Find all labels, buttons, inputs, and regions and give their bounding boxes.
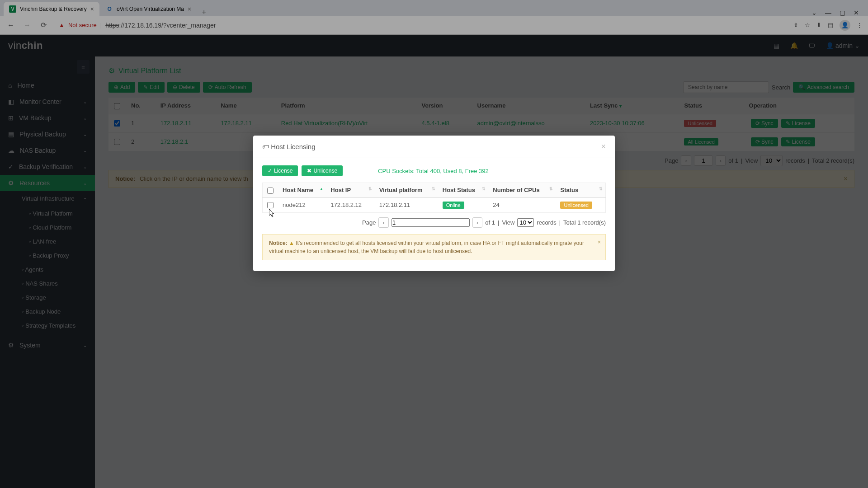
prev-page-button[interactable]: ‹ — [378, 217, 388, 228]
host-table: Host Name▲ Host IP⇅ Virtual platform⇅ Ho… — [262, 183, 606, 213]
license-icon: 🏷 — [262, 143, 269, 150]
col-hoststatus[interactable]: Host Status⇅ — [438, 183, 489, 198]
page-input[interactable] — [392, 218, 470, 227]
close-icon[interactable]: × — [601, 142, 606, 151]
license-badge: Unlicensed — [560, 202, 592, 209]
col-status[interactable]: Status⇅ — [556, 183, 605, 198]
modal-title: Host Licensing — [271, 143, 315, 150]
col-hostip[interactable]: Host IP⇅ — [326, 183, 374, 198]
col-hostname[interactable]: Host Name▲ — [278, 183, 326, 198]
warning-icon: ▲ — [289, 240, 294, 246]
modal-notice: Notice: ▲ It's recommended to get all ho… — [262, 234, 606, 260]
unlicense-button[interactable]: ✖ Unlicense — [302, 165, 343, 176]
next-page-button[interactable]: › — [472, 217, 482, 228]
close-icon[interactable]: × — [598, 238, 601, 246]
col-vplatform[interactable]: Virtual platform⇅ — [375, 183, 438, 198]
host-licensing-modal: 🏷 Host Licensing × ✓ License ✖ Unlicense… — [253, 136, 615, 271]
select-all-checkbox[interactable] — [267, 188, 274, 194]
row-checkbox[interactable] — [267, 202, 274, 208]
modal-pager: Page ‹ › of 1 | View 10 records | Total … — [262, 213, 606, 234]
col-cpus[interactable]: Number of CPUs⇅ — [488, 183, 556, 198]
table-row[interactable]: node212 172.18.2.12 172.18.2.11 Online 2… — [263, 197, 606, 212]
license-button[interactable]: ✓ License — [262, 165, 298, 176]
cpu-sockets-info: CPU Sockets: Total 400, Used 8, Free 392 — [378, 168, 489, 174]
status-badge: Online — [443, 202, 464, 209]
page-size-select[interactable]: 10 — [517, 218, 534, 227]
